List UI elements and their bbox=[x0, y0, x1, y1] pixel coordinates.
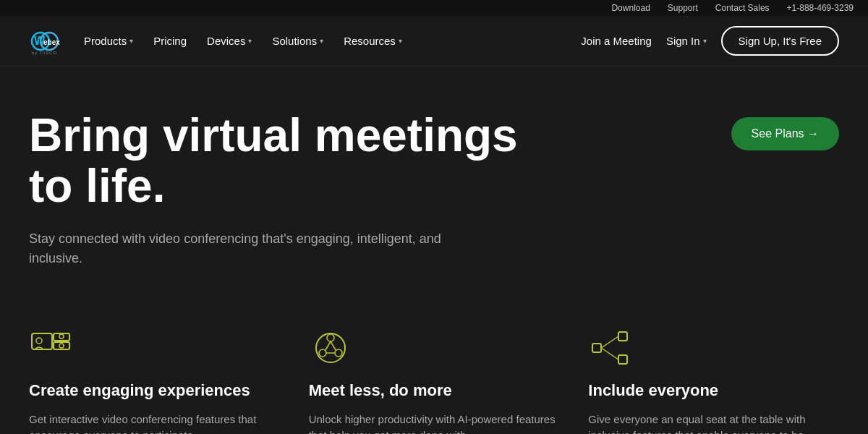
video-participants-icon bbox=[29, 326, 72, 370]
phone-link[interactable]: +1-888-469-3239 bbox=[787, 3, 854, 13]
svg-point-14 bbox=[335, 349, 342, 357]
hero-text: Bring virtual meetings to life. Stay con… bbox=[29, 110, 521, 268]
nav-left: W by CISCO ebex Products ▾ Pricing bbox=[29, 25, 402, 57]
feature-card-3: Include everyone Give everyone an equal … bbox=[588, 326, 839, 434]
feature-card-1: Create engaging experiences Get interact… bbox=[29, 326, 280, 434]
resources-chevron-icon: ▾ bbox=[399, 37, 402, 45]
support-link[interactable]: Support bbox=[668, 3, 698, 13]
collaboration-icon bbox=[309, 326, 352, 370]
nav-right: Join a Meeting Sign In ▾ Sign Up, It's F… bbox=[581, 26, 839, 56]
svg-line-22 bbox=[601, 348, 618, 359]
solutions-chevron-icon: ▾ bbox=[320, 37, 323, 45]
svg-point-13 bbox=[319, 349, 326, 357]
utility-bar: Download Support Contact Sales +1-888-46… bbox=[0, 0, 868, 16]
svg-point-10 bbox=[59, 344, 64, 348]
nav-item-devices[interactable]: Devices ▾ bbox=[207, 35, 252, 47]
hero-section: Bring virtual meetings to life. Stay con… bbox=[0, 67, 868, 297]
feature-1-desc: Get interactive video conferencing featu… bbox=[29, 412, 280, 434]
svg-rect-20 bbox=[618, 355, 627, 364]
svg-line-21 bbox=[601, 336, 618, 348]
download-link[interactable]: Download bbox=[611, 3, 650, 13]
feature-2-title: Meet less, do more bbox=[309, 381, 560, 400]
feature-3-desc: Give everyone an equal seat at the table… bbox=[588, 412, 839, 434]
nav-item-products[interactable]: Products ▾ bbox=[84, 35, 133, 47]
devices-chevron-icon: ▾ bbox=[248, 37, 252, 45]
hero-subtitle: Stay connected with video conferencing t… bbox=[29, 229, 448, 268]
join-meeting-link[interactable]: Join a Meeting bbox=[581, 35, 652, 47]
sign-in-link[interactable]: Sign In ▾ bbox=[666, 35, 707, 47]
feature-card-2: Meet less, do more Unlock higher product… bbox=[309, 326, 560, 434]
svg-rect-19 bbox=[618, 332, 627, 341]
products-chevron-icon: ▾ bbox=[129, 37, 133, 45]
sign-in-chevron-icon: ▾ bbox=[703, 37, 707, 45]
signup-button[interactable]: Sign Up, It's Free bbox=[721, 26, 839, 56]
svg-text:ebex: ebex bbox=[43, 38, 60, 46]
nav-links: Products ▾ Pricing Devices ▾ Solutions ▾ bbox=[84, 35, 402, 47]
nav-item-solutions[interactable]: Solutions ▾ bbox=[272, 35, 323, 47]
nav-item-resources[interactable]: Resources ▾ bbox=[344, 35, 402, 47]
svg-point-11 bbox=[316, 333, 345, 362]
hero-title: Bring virtual meetings to life. bbox=[29, 110, 521, 212]
contact-sales-link[interactable]: Contact Sales bbox=[715, 3, 770, 13]
feature-2-desc: Unlock higher productivity with AI-power… bbox=[309, 412, 560, 434]
svg-text:by CISCO: by CISCO bbox=[32, 51, 57, 55]
svg-line-15 bbox=[326, 341, 331, 350]
see-plans-button[interactable]: See Plans → bbox=[731, 117, 839, 150]
svg-line-16 bbox=[331, 341, 336, 350]
main-nav: W by CISCO ebex Products ▾ Pricing bbox=[0, 16, 868, 67]
svg-point-9 bbox=[59, 334, 64, 339]
webex-logo-icon: W by CISCO ebex bbox=[29, 25, 61, 57]
feature-1-title: Create engaging experiences bbox=[29, 381, 280, 400]
svg-point-12 bbox=[327, 334, 334, 341]
features-section: Create engaging experiences Get interact… bbox=[0, 297, 868, 434]
nav-item-pricing[interactable]: Pricing bbox=[153, 35, 187, 47]
feature-3-title: Include everyone bbox=[588, 381, 839, 400]
svg-point-8 bbox=[36, 338, 42, 344]
network-icon bbox=[588, 326, 631, 370]
svg-rect-18 bbox=[592, 344, 601, 352]
logo[interactable]: W by CISCO ebex bbox=[29, 25, 61, 57]
hero-cta: See Plans → bbox=[731, 110, 839, 150]
